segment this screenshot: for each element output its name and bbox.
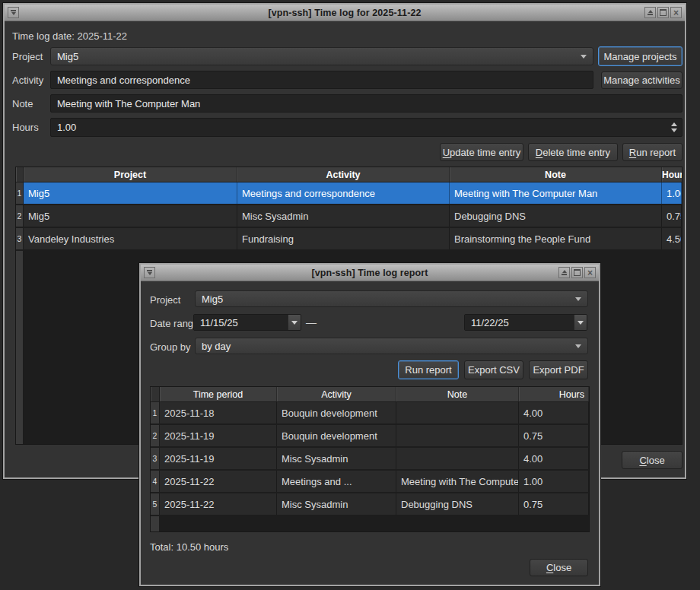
dialog-titlebar[interactable]: [vpn-ssh] Time log report ×	[141, 265, 599, 281]
chevron-down-icon	[575, 344, 581, 348]
shade-icon	[648, 10, 653, 15]
maximize-icon	[660, 9, 667, 16]
date-to-value: 11/22/25	[465, 315, 574, 330]
column-header-activity[interactable]: Activity	[237, 167, 450, 182]
hours-spinbox-value: 1.00	[57, 122, 76, 133]
note-input[interactable]: Meeting with The Computer Man	[50, 94, 682, 113]
shade-icon	[562, 270, 567, 275]
column-header-note[interactable]: Note	[450, 167, 662, 182]
manage-projects-button[interactable]: Manage projects	[598, 46, 682, 66]
maximize-icon	[574, 269, 581, 276]
close-icon: ×	[673, 8, 679, 17]
report-dialog: [vpn-ssh] Time log report × Project Mig5…	[139, 263, 600, 586]
close-window-button[interactable]: ×	[670, 7, 682, 18]
report-table-header: Time period Activity Note Hours	[151, 387, 589, 402]
column-header-hours[interactable]: Hours	[662, 167, 682, 182]
report-table-row[interactable]: 3 2025-11-19 Misc Sysadmin 4.00	[151, 448, 589, 471]
window-menu-button[interactable]	[8, 7, 19, 18]
spinner-arrows[interactable]	[670, 119, 679, 136]
export-csv-button[interactable]: Export CSV	[464, 360, 523, 379]
time-log-date-label: Time log date: 2025-11-22	[12, 30, 127, 42]
project-combobox-value: Mig5	[57, 51, 78, 62]
hours-label: Hours	[12, 122, 39, 133]
report-table: Time period Activity Note Hours 1 2025-1…	[150, 386, 590, 532]
dialog-window-menu-button[interactable]	[144, 267, 155, 278]
maximize-button[interactable]	[657, 7, 669, 18]
shade-button[interactable]	[644, 7, 656, 18]
column-header-note[interactable]: Note	[396, 387, 519, 401]
dialog-shade-button[interactable]	[558, 267, 570, 278]
date-from-picker[interactable]: 11/15/25	[193, 314, 301, 331]
table-row[interactable]: 2 Mig5 Misc Sysadmin Debugging DNS 0.75	[16, 205, 682, 228]
close-icon: ×	[587, 268, 593, 278]
date-to-dropdown-button[interactable]	[574, 315, 587, 330]
column-header-activity[interactable]: Activity	[277, 387, 396, 401]
column-header-hours[interactable]: Hours	[519, 387, 589, 401]
window-menu-icon	[11, 10, 16, 15]
activity-input[interactable]: Meetings and correspondence	[50, 71, 593, 89]
table-corner	[16, 167, 24, 182]
report-project-label: Project	[150, 294, 180, 306]
table-row[interactable]: 1 Mig5 Meetings and correspondence Meeti…	[16, 182, 682, 205]
spin-down-icon	[671, 128, 677, 132]
group-by-label: Group by	[150, 341, 190, 353]
report-table-row[interactable]: 5 2025-11-22 Misc Sysadmin Debugging DNS…	[151, 493, 589, 516]
dialog-title: [vpn-ssh] Time log report	[312, 268, 428, 278]
date-from-value: 11/15/25	[194, 315, 288, 330]
table-row[interactable]: 3 Vandeley Industries Fundraising Brains…	[16, 228, 682, 251]
total-hours-label: Total: 10.50 hours	[150, 541, 228, 553]
group-by-combobox[interactable]: by day	[195, 338, 588, 354]
note-input-value: Meeting with The Computer Man	[57, 98, 200, 109]
date-from-dropdown-button[interactable]	[288, 315, 301, 330]
report-project-combobox[interactable]: Mig5	[195, 290, 588, 307]
window-menu-icon	[147, 270, 152, 275]
column-header-project[interactable]: Project	[24, 167, 237, 182]
project-combobox[interactable]: Mig5	[50, 47, 593, 65]
chevron-down-icon	[578, 321, 584, 325]
dialog-close-button[interactable]: Close	[530, 559, 588, 576]
manage-activities-button[interactable]: Manage activities	[601, 71, 682, 89]
report-table-row[interactable]: 4 2025-11-22 Meetings and ... Meeting wi…	[151, 471, 589, 493]
close-button[interactable]: Close	[622, 451, 682, 469]
date-range-separator: —	[306, 316, 317, 328]
date-range-label: Date range	[150, 318, 199, 329]
table-corner	[151, 387, 160, 401]
main-titlebar[interactable]: [vpn-ssh] Time log for 2025-11-22 ×	[5, 5, 685, 21]
report-table-body: 1 2025-11-18 Bouquin development 4.00 2 …	[151, 402, 589, 532]
run-report-button[interactable]: Run report	[622, 143, 682, 161]
note-label: Note	[12, 98, 33, 109]
activity-label: Activity	[12, 75, 43, 86]
report-table-row[interactable]: 2 2025-11-19 Bouquin development 0.75	[151, 425, 589, 448]
update-time-entry-button[interactable]: Update time entry	[440, 143, 523, 161]
delete-time-entry-button[interactable]: Delete time entry	[528, 143, 618, 161]
main-window-title: [vpn-ssh] Time log for 2025-11-22	[268, 8, 421, 18]
project-label: Project	[12, 51, 43, 62]
chevron-down-icon	[291, 321, 298, 325]
spin-up-icon	[671, 122, 677, 126]
column-header-time-period[interactable]: Time period	[160, 387, 277, 401]
dialog-close-window-button[interactable]: ×	[584, 267, 596, 278]
dialog-maximize-button[interactable]	[571, 267, 583, 278]
export-pdf-button[interactable]: Export PDF	[529, 360, 588, 379]
dialog-run-report-button[interactable]: Run report	[398, 360, 459, 379]
report-table-row[interactable]: 1 2025-11-18 Bouquin development 4.00	[151, 402, 589, 425]
table-header: Project Activity Note Hours	[16, 167, 682, 182]
hours-spinbox[interactable]: 1.00	[50, 118, 682, 137]
chevron-down-icon	[575, 297, 581, 301]
chevron-down-icon	[581, 55, 587, 59]
group-by-value: by day	[202, 341, 231, 352]
date-to-picker[interactable]: 11/22/25	[464, 314, 587, 331]
report-project-value: Mig5	[202, 293, 223, 305]
activity-input-value: Meetings and correspondence	[57, 75, 190, 86]
